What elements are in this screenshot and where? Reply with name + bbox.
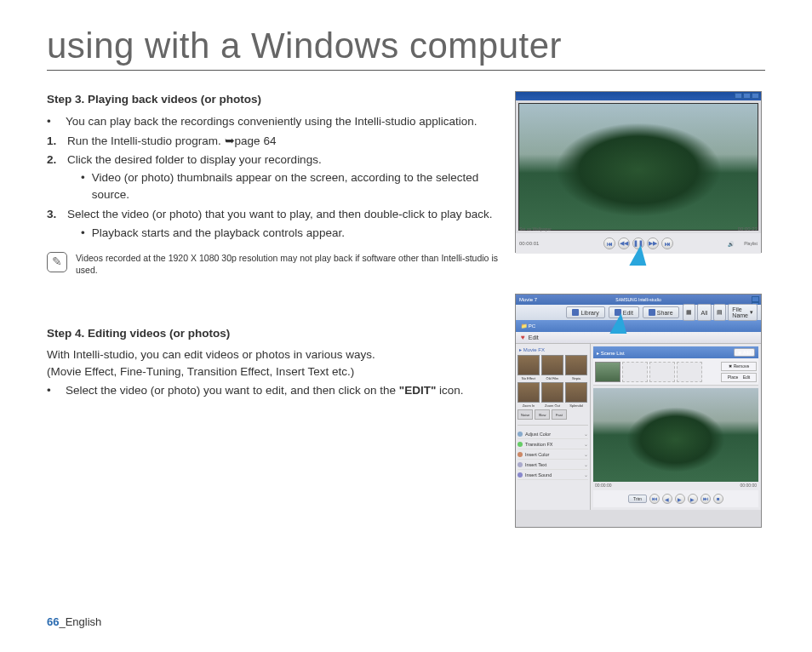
library-icon: [572, 309, 579, 316]
sound-icon: [518, 472, 523, 478]
subbar-label: Edit: [529, 332, 539, 344]
close-icon[interactable]: [752, 93, 759, 99]
view-icon-1[interactable]: ▦: [683, 304, 695, 321]
list-number: 2.: [47, 152, 62, 169]
fx-splendid[interactable]: [565, 382, 587, 403]
page-ref-arrow: ➥: [225, 134, 235, 147]
step4-heading: Step 4. Editing videos (or photos): [47, 325, 498, 342]
preview-image: [593, 388, 758, 482]
trim-time-right: 00:00:00: [741, 483, 757, 488]
fx-noeffect[interactable]: [518, 355, 540, 375]
fx-zoomin[interactable]: [518, 382, 540, 403]
step3-item2: Click the desired folder to display your…: [67, 152, 322, 169]
opt-insert-sound[interactable]: Insert Sound⌄: [518, 470, 588, 480]
step4-line2: (Movie Effect, Fine-Tuning, Transition E…: [47, 363, 498, 380]
scene-thumb-empty[interactable]: [622, 362, 648, 382]
text-icon: [518, 462, 523, 467]
share-button[interactable]: Share: [643, 306, 679, 318]
editor-title-text: Movie 7: [519, 297, 537, 302]
fx-zoomout[interactable]: [541, 382, 563, 403]
opt-adjust-color[interactable]: Adjust Color⌄: [518, 429, 588, 439]
footer-sep: _: [59, 615, 65, 628]
place-edit-button[interactable]: Place Edit: [721, 373, 757, 382]
palette-icon: [518, 432, 523, 437]
timecode-right: 00:00:23: [738, 226, 758, 232]
volume-icon[interactable]: 🔊: [728, 241, 734, 247]
trim-button[interactable]: Trim: [628, 495, 647, 503]
callout-arrow-icon: [609, 313, 629, 334]
trim-bar: Trim ⏮ ◀ ▶ ▶ ⏭ ■: [593, 490, 758, 507]
footer-lang: English: [66, 615, 102, 628]
fx-noise[interactable]: Noise: [518, 409, 533, 420]
step3-heading: Step 3. Playing back videos (or photos): [47, 91, 498, 108]
rewind-button[interactable]: ◀◀: [618, 237, 630, 249]
library-button[interactable]: Library: [566, 306, 604, 318]
minimize-icon[interactable]: [735, 93, 742, 99]
brand-label: SAMSUNG Intelli-studio: [615, 295, 660, 305]
step4-edit-word: "EDIT": [399, 384, 437, 397]
fx-oldfilm[interactable]: [541, 355, 563, 375]
chevron-icon: ⌄: [584, 461, 588, 467]
opt-insert-text[interactable]: Insert Text⌄: [518, 460, 588, 470]
chevron-icon: ⌄: [584, 451, 588, 457]
step3-bullet1: You can play back the recordings conveni…: [66, 113, 477, 130]
scene-bar: ▸ Scene List ⊕ Add: [593, 346, 758, 358]
fx-fast[interactable]: Fast: [552, 409, 567, 420]
player-titlebar: [516, 92, 761, 100]
step3-item2-sub: Video (or photo) thumbnails appear on th…: [92, 169, 498, 203]
editor-screenshot: Movie 7 SAMSUNG Intelli-studio Library E…: [515, 294, 762, 528]
editor-toolbar: Library Edit Share ▦ All ▤ File Name ▾: [516, 305, 761, 320]
skip-back-button[interactable]: ⏮: [603, 237, 615, 249]
skip-back-button[interactable]: ⏮: [649, 494, 660, 504]
skip-fwd-button[interactable]: ⏭: [661, 237, 673, 249]
note-icon: ✎: [47, 252, 67, 272]
chevron-icon: ⌄: [584, 472, 588, 478]
opt-insert-color[interactable]: Insert Color⌄: [518, 449, 588, 460]
page-title: using with a Windows computer: [47, 26, 765, 71]
stop-button[interactable]: ■: [713, 494, 723, 504]
maximize-icon[interactable]: [743, 93, 751, 99]
page-footer: 66_English: [47, 615, 101, 628]
minimize-icon[interactable]: [752, 296, 759, 302]
player-viewport: [518, 103, 758, 231]
view-icon-2[interactable]: ▤: [713, 304, 726, 321]
playlist-label[interactable]: Playlist: [744, 241, 758, 246]
opt-transition[interactable]: Transition FX⌄: [518, 439, 588, 449]
fx-sepia[interactable]: [565, 355, 587, 375]
add-button[interactable]: ⊕ Add: [734, 348, 755, 357]
timecode-left: 00:00:01: [519, 241, 539, 246]
bullet-marker: •: [81, 225, 85, 242]
breadcrumb[interactable]: 📁 PC: [516, 320, 761, 332]
forward-button[interactable]: ▶: [688, 494, 698, 504]
set-wallpaper-label[interactable]: Set as Wallpaper: [519, 226, 552, 232]
chevron-icon: ⌄: [584, 441, 588, 447]
transition-icon: [518, 442, 523, 447]
scene-thumb-empty[interactable]: [677, 362, 702, 382]
callout-arrow-icon: [629, 245, 649, 266]
left-column: Step 3. Playing back videos (or photos) …: [47, 91, 498, 536]
step4-line1: With Intelli-studio, you can edit videos…: [47, 346, 498, 363]
tree-image: [626, 407, 725, 472]
rewind-button[interactable]: ◀: [662, 494, 672, 504]
step4-b1a: Select the video (or photo) you want to …: [66, 384, 399, 397]
share-icon: [649, 309, 655, 316]
chevron-icon: ⌄: [584, 431, 588, 437]
remove-button[interactable]: ✖ Remove: [721, 362, 757, 371]
step3-item3: Select the video (or photo) that you wan…: [67, 206, 493, 223]
page-number: 66: [47, 615, 59, 628]
scene-thumb-empty[interactable]: [649, 362, 675, 382]
play-button[interactable]: ▶: [675, 494, 685, 504]
step3-item3-sub: Playback starts and the playback control…: [92, 225, 345, 242]
note-text: Videos recorded at the 1920 X 1080 30p r…: [76, 252, 498, 276]
scene-thumb[interactable]: [595, 362, 620, 382]
sort-dropdown[interactable]: File Name ▾: [728, 304, 758, 321]
thumb-strip: ✖ Remove Place Edit: [593, 358, 758, 386]
fx-slow[interactable]: Slow: [535, 409, 550, 420]
step3-item1-ref: page 64: [235, 134, 277, 147]
tree-image: [555, 123, 722, 217]
filter-all[interactable]: All: [697, 304, 712, 321]
skip-fwd-button[interactable]: ⏭: [700, 494, 711, 504]
step4-b1c: icon.: [436, 384, 463, 397]
preview-panel: ▸ Scene List ⊕ Add ✖ Remove Place Edit: [591, 344, 761, 510]
heart-icon: ♥: [521, 332, 525, 344]
